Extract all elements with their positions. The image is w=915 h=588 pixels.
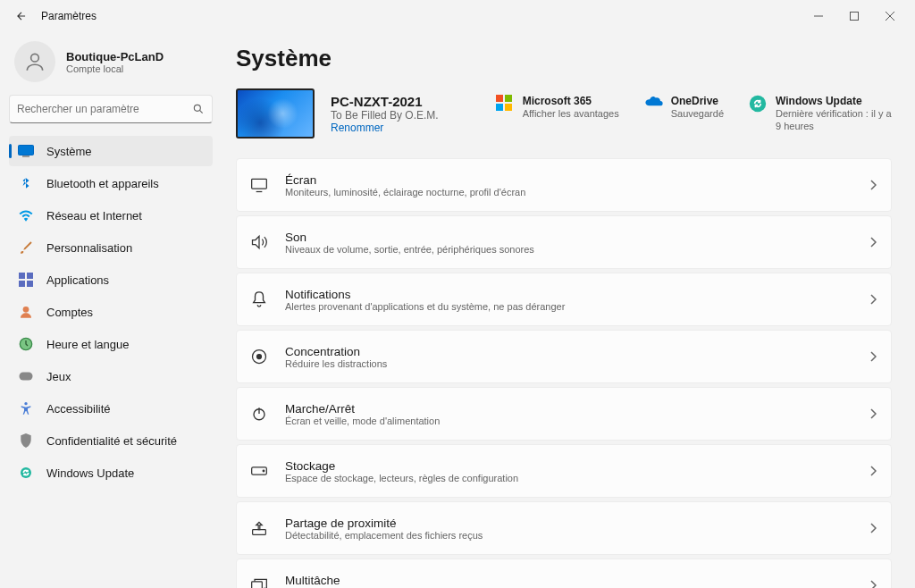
title-bar: Paramètres — [0, 0, 915, 32]
chevron-right-icon — [869, 408, 877, 419]
row-sub: Moniteurs, luminosité, éclairage nocturn… — [285, 187, 525, 197]
svg-point-30 — [263, 470, 264, 472]
brush-icon — [18, 239, 34, 256]
nav-label: Confidentialité et sécurité — [46, 434, 177, 448]
system-header: PC-NZXT-2021 To Be Filled By O.E.M. Reno… — [236, 88, 892, 139]
chevron-right-icon — [869, 180, 877, 190]
row-title: Concentration — [285, 345, 387, 358]
svg-point-26 — [257, 355, 262, 359]
svg-point-4 — [31, 54, 39, 62]
svg-rect-23 — [252, 179, 267, 189]
wifi-icon — [18, 207, 34, 223]
svg-rect-19 — [505, 95, 512, 102]
service-windows-update[interactable]: Windows Update Dernière vérification : i… — [749, 95, 892, 133]
row-title: Notifications — [285, 288, 565, 301]
bluetooth-icon — [18, 175, 34, 191]
update-icon — [749, 95, 767, 113]
svc-title: Windows Update — [776, 95, 892, 107]
apps-icon — [18, 272, 34, 288]
close-button[interactable] — [872, 2, 908, 30]
row-sub: Détectabilité, emplacement des fichiers … — [285, 530, 483, 541]
row-nearby-share[interactable]: Partage de proximitéDétectabilité, empla… — [236, 501, 892, 555]
row-multitask[interactable]: MultitâcheAncrer les fenêtres, bureaux, … — [236, 559, 892, 588]
row-sub: Alertes provenant d'applications et du s… — [285, 301, 565, 312]
search-field[interactable] — [17, 103, 192, 115]
nav-network[interactable]: Réseau et Internet — [9, 200, 213, 231]
row-title: Son — [285, 231, 534, 244]
row-storage[interactable]: StockageEspace de stockage, lecteurs, rè… — [236, 444, 892, 498]
nav-gaming[interactable]: Jeux — [9, 361, 213, 391]
chevron-right-icon — [869, 351, 877, 362]
page-title: Système — [236, 45, 892, 72]
nav-time-language[interactable]: Heure et langue — [9, 329, 213, 359]
sidebar: Boutique-PcLanD Compte local Système Blu… — [0, 32, 222, 588]
globe-clock-icon — [18, 336, 34, 352]
nav-accounts[interactable]: Comptes — [9, 297, 213, 327]
svg-rect-21 — [505, 104, 512, 111]
m365-icon — [496, 95, 514, 113]
nav-label: Jeux — [46, 370, 71, 383]
search-input[interactable] — [9, 95, 213, 123]
chevron-right-icon — [869, 237, 877, 248]
svc-sub: Afficher les avantages — [523, 107, 619, 120]
chevron-right-icon — [869, 580, 877, 588]
sound-icon — [249, 232, 269, 252]
service-onedrive[interactable]: OneDrive Sauvegardé — [644, 95, 724, 133]
pc-name: PC-NZXT-2021 — [331, 94, 439, 109]
multitask-icon — [249, 575, 269, 588]
nav-label: Windows Update — [46, 466, 134, 480]
rename-link[interactable]: Renommer — [331, 122, 439, 134]
nav-privacy[interactable]: Confidentialité et sécurité — [9, 425, 213, 456]
settings-list: ÉcranMoniteurs, luminosité, éclairage no… — [236, 158, 892, 588]
row-notifications[interactable]: NotificationsAlertes provenant d'applica… — [236, 273, 892, 326]
row-sound[interactable]: SonNiveaux de volume, sortie, entrée, pé… — [236, 215, 892, 269]
row-sub: Écran et veille, mode d'alimentation — [285, 416, 440, 426]
nav-bluetooth[interactable]: Bluetooth et appareils — [9, 168, 213, 198]
service-microsoft365[interactable]: Microsoft 365 Afficher les avantages — [496, 95, 619, 133]
row-power[interactable]: Marche/ArrêtÉcran et veille, mode d'alim… — [236, 387, 892, 441]
nav-label: Comptes — [46, 306, 93, 319]
row-sub: Niveaux de volume, sortie, entrée, périp… — [285, 244, 534, 255]
nav-label: Accessibilité — [46, 402, 111, 416]
svg-line-6 — [199, 110, 202, 113]
nav-apps[interactable]: Applications — [9, 265, 213, 295]
storage-icon — [249, 461, 269, 481]
svg-rect-11 — [19, 281, 25, 287]
svg-point-5 — [194, 105, 200, 111]
svc-sub: Dernière vérification : il y a 9 heures — [776, 107, 892, 133]
user-account[interactable]: Boutique-PcLanD Compte local — [9, 38, 213, 95]
row-display[interactable]: ÉcranMoniteurs, luminosité, éclairage no… — [236, 158, 892, 212]
monitor-icon — [249, 175, 269, 195]
svg-rect-15 — [20, 373, 33, 381]
pc-wallpaper-thumb — [236, 88, 315, 139]
svg-rect-20 — [496, 104, 503, 111]
share-icon — [249, 518, 269, 538]
nav-system[interactable]: Système — [9, 136, 213, 166]
nav-windows-update[interactable]: Windows Update — [9, 458, 213, 488]
svg-rect-1 — [851, 13, 859, 21]
nav-personalization[interactable]: Personnalisation — [9, 232, 213, 263]
nav-label: Heure et langue — [46, 338, 130, 351]
row-sub: Espace de stockage, lecteurs, règles de … — [285, 473, 518, 483]
minimize-button[interactable] — [801, 2, 836, 30]
nav-label: Bluetooth et appareils — [46, 177, 159, 190]
bell-icon — [249, 290, 269, 309]
nav-accessibility[interactable]: Accessibilité — [9, 393, 213, 424]
row-title: Marche/Arrêt — [285, 402, 440, 416]
nav-label: Système — [46, 145, 92, 158]
person-icon — [18, 304, 34, 320]
row-title: Partage de proximité — [285, 517, 483, 530]
row-title: Multitâche — [285, 574, 514, 587]
row-focus[interactable]: ConcentrationRéduire les distractions — [236, 330, 892, 383]
row-title: Stockage — [285, 459, 518, 473]
svg-rect-12 — [27, 281, 33, 287]
chevron-right-icon — [869, 294, 877, 305]
back-button[interactable] — [7, 2, 36, 30]
gamepad-icon — [18, 368, 34, 384]
focus-icon — [249, 347, 269, 366]
svg-point-17 — [21, 467, 31, 478]
update-icon — [18, 465, 34, 481]
svg-rect-9 — [19, 273, 25, 279]
window-title: Paramètres — [41, 10, 97, 22]
maximize-button[interactable] — [836, 2, 872, 30]
